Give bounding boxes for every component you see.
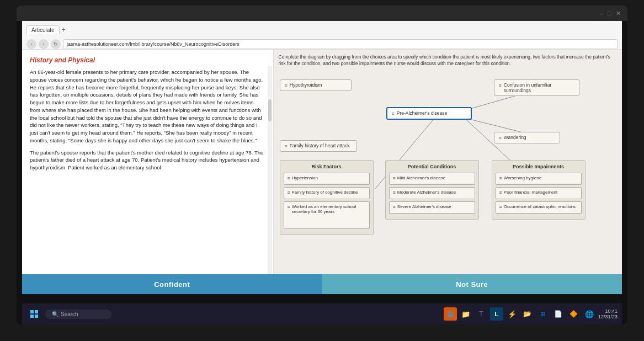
wandering-card[interactable]: ≡ Wandering	[494, 132, 560, 143]
risk-factors-column: Risk Factors ≡ Hypertension ≡ Family his…	[280, 160, 374, 235]
taskbar-icon-globe[interactable]: 🌐	[444, 307, 457, 321]
bottom-bar: Confident Not Sure	[22, 274, 622, 294]
browser-tabs: Articulate +	[26, 23, 618, 36]
taskbar-icon-app1[interactable]: 🔶	[567, 307, 581, 321]
taskbar-icon-chrome[interactable]: 🌐	[583, 307, 596, 321]
monitor: – □ ✕ Articulate + ‹ › ↻	[17, 6, 627, 324]
new-tab-btn[interactable]: +	[62, 26, 66, 34]
possible-impairments-column: Possible Impairments ≡ Worsening hygiene…	[492, 160, 586, 220]
browser-bar: ‹ › ↻ jasma-asthesolutioneer.com/lmb/lib…	[26, 38, 618, 51]
scroll-thumb	[268, 99, 272, 121]
svg-rect-7	[35, 315, 38, 318]
drag-icon: ≡	[393, 204, 396, 210]
taskbar-icon-file[interactable]: 📁	[459, 307, 472, 321]
drag-icon: ≡	[393, 190, 396, 195]
forward-icon: ›	[43, 41, 45, 47]
windows-icon	[30, 310, 38, 318]
drag-icon: ≡	[499, 190, 502, 195]
drag-icon: ≡	[285, 83, 288, 88]
instruction-text: Complete the diagram by dragging from th…	[279, 54, 618, 67]
mild-alzheimers-label: Mild Alzheimer's disease	[397, 175, 445, 180]
hypothyroidism-card[interactable]: ≡ Hypothyroidism	[280, 79, 352, 91]
risk-factor-secretary[interactable]: ≡ Worked as an elementary school secreta…	[284, 201, 370, 229]
paragraph-2: The patient's spouse reports that the pa…	[30, 149, 265, 172]
family-history-heart-card[interactable]: ≡ Family history of heart attack	[280, 140, 357, 152]
panel-text: An 86-year-old female presents to her pr…	[30, 68, 265, 172]
taskbar-icon-edge[interactable]: ⚡	[505, 307, 519, 321]
potential-conditions-title: Potential Conditions	[389, 164, 475, 169]
right-panel: Complete the diagram by dragging from th…	[274, 50, 622, 274]
wandering-label: Wandering	[504, 135, 526, 140]
reload-icon: ↻	[54, 41, 58, 47]
risk-factor-secretary-label: Worked as an elementary school secretary…	[292, 204, 366, 214]
forward-button[interactable]: ›	[39, 39, 49, 49]
drag-icon: ≡	[392, 111, 395, 116]
risk-factor-family-cognitive-label: Family history of cognitive decline	[292, 190, 358, 195]
possible-impairments-title: Possible Impairments	[496, 164, 582, 169]
svg-rect-5	[35, 310, 38, 313]
drag-icon: ≡	[288, 175, 290, 181]
taskbar-search[interactable]: 🔍 Search	[45, 310, 111, 319]
confusion-label: Confusion in unfamiliar surroundings	[504, 82, 574, 93]
taskbar-icon-acrobat[interactable]: 📄	[552, 307, 565, 321]
time-display: 10:41 12/31/23	[598, 308, 618, 319]
drag-icon: ≡	[499, 135, 502, 141]
diagram-area: ≡ Hypothyroidism ≡ Family history of hea…	[279, 78, 618, 270]
confusion-card[interactable]: ≡ Confusion in unfamiliar surroundings	[494, 79, 579, 96]
pre-alzheimers-label: Pre-Alzheimer's disease	[397, 110, 447, 116]
left-panel: History and Physical An 86-year-old fema…	[22, 50, 274, 274]
drag-icon: ≡	[499, 175, 502, 181]
drag-icon: ≡	[499, 204, 502, 210]
risk-factor-hypertension[interactable]: ≡ Hypertension	[284, 173, 370, 185]
reload-button[interactable]: ↻	[51, 39, 61, 49]
drag-icon: ≡	[288, 190, 290, 195]
mild-alzheimers[interactable]: ≡ Mild Alzheimer's disease	[389, 173, 475, 185]
svg-rect-6	[30, 315, 34, 318]
url-bar[interactable]: jasma-asthesolutioneer.com/lmb/library/c…	[63, 39, 618, 49]
clock: 10:41	[598, 308, 618, 314]
severe-alzheimers[interactable]: ≡ Severe Alzheimer's disease	[389, 201, 475, 214]
url-text: jasma-asthesolutioneer.com/lmb/library/c…	[67, 41, 239, 47]
moderate-alzheimers[interactable]: ≡ Moderate Alzheimer's disease	[389, 187, 475, 199]
back-button[interactable]: ‹	[26, 39, 36, 49]
hypothyroidism-label: Hypothyroidism	[290, 82, 322, 88]
severe-alzheimers-label: Severe Alzheimer's disease	[397, 204, 451, 209]
browser-chrome: Articulate + ‹ › ↻ jasma-asthesolutionee…	[22, 21, 622, 50]
risk-factor-family-cognitive[interactable]: ≡ Family history of cognitive decline	[284, 187, 370, 199]
scroll-bar[interactable]	[268, 66, 272, 274]
poor-financial-label: Poor financial management	[504, 190, 557, 195]
taskbar-icon-store[interactable]: ⊞	[536, 307, 550, 321]
risk-factors-title: Risk Factors	[284, 164, 370, 169]
active-tab[interactable]: Articulate	[26, 25, 60, 34]
worsening-hygiene-label: Worsening hygiene	[504, 175, 541, 180]
pre-alzheimers-card[interactable]: ≡ Pre-Alzheimer's disease	[386, 107, 472, 120]
poor-financial[interactable]: ≡ Poor financial management	[496, 187, 582, 199]
confident-button[interactable]: Confident	[22, 274, 322, 294]
catastrophic-reactions-label: Occurrence of catastrophic reactions	[504, 204, 576, 209]
drag-icon: ≡	[285, 143, 288, 149]
taskbar-icons: 🌐 📁 T L ⚡ 📂 ⊞ 📄 🔶 🌐 10:41 12/31/23	[444, 307, 618, 321]
catastrophic-reactions[interactable]: ≡ Occurrence of catastrophic reactions	[496, 201, 582, 214]
not-sure-button[interactable]: Not Sure	[322, 274, 622, 294]
svg-rect-4	[30, 310, 34, 313]
search-placeholder: Search	[61, 311, 78, 317]
potential-conditions-column: Potential Conditions ≡ Mild Alzheimer's …	[385, 160, 479, 220]
taskbar-icon-teams[interactable]: T	[475, 307, 488, 321]
moderate-alzheimers-label: Moderate Alzheimer's disease	[397, 190, 456, 195]
search-icon: 🔍	[52, 311, 58, 317]
family-history-heart-label: Family history of heart attack	[290, 143, 350, 148]
drag-icon: ≡	[499, 83, 502, 88]
windows-start-button[interactable]	[26, 306, 42, 322]
date: 12/31/23	[598, 314, 618, 319]
taskbar-icon-lynda[interactable]: L	[490, 307, 503, 321]
taskbar-icon-folder[interactable]: 📂	[521, 307, 534, 321]
content-area: History and Physical An 86-year-old fema…	[22, 50, 622, 274]
taskbar: 🔍 Search 🌐 📁 T L ⚡ 📂 ⊞ 📄 🔶 🌐 10:41 12/31…	[22, 303, 622, 324]
risk-factor-hypertension-label: Hypertension	[292, 175, 318, 180]
drag-icon: ≡	[288, 204, 290, 210]
drag-icon: ≡	[393, 175, 396, 181]
paragraph-1: An 86-year-old female presents to her pr…	[30, 68, 265, 145]
back-icon: ‹	[31, 41, 33, 47]
worsening-hygiene[interactable]: ≡ Worsening hygiene	[496, 173, 582, 185]
tab-label: Articulate	[31, 27, 55, 33]
